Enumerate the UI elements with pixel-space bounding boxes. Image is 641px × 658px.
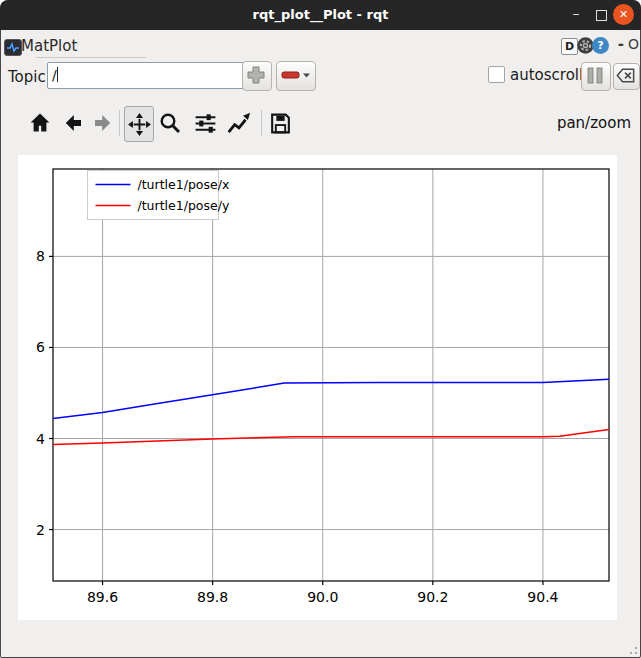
help-icon[interactable]: ?: [592, 37, 609, 54]
zoom-button[interactable]: [157, 108, 183, 138]
y-tick-label: 2: [36, 522, 45, 538]
dock-d-button[interactable]: D: [561, 38, 578, 55]
add-topic-button[interactable]: [242, 61, 272, 91]
plus-icon: [243, 62, 269, 88]
pause-icon: [582, 63, 608, 88]
minimize-button[interactable]: –: [567, 4, 585, 26]
magnifier-icon: [158, 111, 182, 135]
plugin-title: MatPlot: [21, 37, 77, 55]
home-button[interactable]: [27, 108, 53, 138]
figure-options-button[interactable]: [226, 108, 252, 138]
autoscroll-checkbox[interactable]: [488, 66, 505, 83]
plugin-float-button[interactable]: O: [628, 36, 639, 52]
maximize-button[interactable]: [596, 10, 607, 21]
text-caret: [57, 67, 58, 82]
back-arrow-icon: [60, 111, 84, 135]
forward-arrow-icon: [92, 111, 116, 135]
plugin-title-underline: [36, 57, 146, 58]
pan-button[interactable]: [124, 106, 154, 142]
x-tick-label: 89.8: [197, 589, 228, 605]
pause-button[interactable]: [581, 62, 611, 91]
save-button[interactable]: [267, 108, 293, 138]
forward-button[interactable]: [91, 108, 117, 138]
rqt-plot-window: rqt_plot__Plot - rqt – ✕ MatPlot D ? - O…: [0, 0, 641, 658]
y-tick-label: 4: [36, 431, 45, 447]
toolbar-separator: [261, 110, 262, 136]
autoscroll-label: autoscroll: [510, 66, 583, 84]
legend-label: /turtle1/pose/y: [138, 198, 230, 213]
x-tick-label: 90.2: [417, 589, 448, 605]
topic-label: Topic: [8, 68, 46, 86]
plot-svg: 89.689.890.090.290.42468/turtle1/pose/x/…: [18, 155, 617, 620]
nav-mode-label: pan/zoom: [557, 114, 631, 132]
pan-arrows-icon: [127, 112, 152, 137]
topic-row: Topic / autoscroll: [0, 60, 641, 96]
plugin-minimize-button[interactable]: -: [618, 35, 624, 53]
line-chart-icon: [226, 110, 252, 136]
home-icon: [28, 111, 52, 135]
back-button[interactable]: [59, 108, 85, 138]
save-floppy-icon: [268, 111, 293, 136]
legend-label: /turtle1/pose/x: [138, 177, 230, 192]
resize-grip[interactable]: [625, 642, 637, 654]
window-titlebar[interactable]: rqt_plot__Plot - rqt – ✕: [0, 0, 641, 30]
x-tick-label: 90.0: [307, 589, 338, 605]
sliders-icon: [193, 111, 218, 136]
red-minus-dropdown-icon: [277, 62, 313, 88]
remove-topic-button[interactable]: [276, 61, 316, 91]
x-tick-label: 89.6: [87, 589, 118, 605]
x-tick-label: 90.4: [527, 589, 558, 605]
clear-backspace-icon: [614, 64, 637, 87]
y-tick-label: 8: [36, 248, 45, 264]
matplot-plugin-bar: MatPlot D ? - O: [0, 30, 641, 60]
y-tick-label: 6: [36, 339, 45, 355]
plot-canvas[interactable]: 89.689.890.090.290.42468/turtle1/pose/x/…: [18, 155, 617, 620]
configure-subplots-button[interactable]: [192, 108, 218, 138]
close-button[interactable]: ✕: [613, 4, 634, 25]
toolbar-separator: [119, 110, 120, 136]
matplot-waveform-icon: [4, 39, 22, 56]
clear-button[interactable]: [613, 63, 640, 90]
window-title: rqt_plot__Plot - rqt: [0, 0, 641, 30]
topic-input[interactable]: /: [47, 62, 245, 89]
mpl-nav-toolbar: pan/zoom: [0, 100, 641, 148]
